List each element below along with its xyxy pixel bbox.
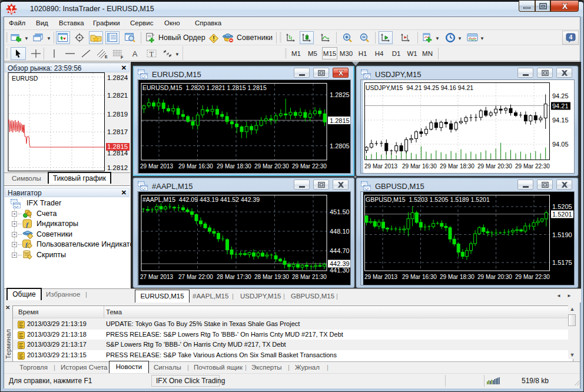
svg-text:29 Mar 2013: 29 Mar 2013 xyxy=(364,274,398,280)
svg-text:1.5201: 1.5201 xyxy=(552,211,572,218)
svg-text:T: T xyxy=(149,50,154,58)
svg-text:27 Mar 2013: 27 Mar 2013 xyxy=(140,274,174,280)
svg-text:29 Mar 2013: 29 Mar 2013 xyxy=(364,163,398,170)
svg-text:Терминал: Терминал xyxy=(5,329,12,359)
svg-text:#AAPL,M15 442.09 443.19 441.5: #AAPL,M15 442.09 443.19 441.52 442.39 xyxy=(142,196,260,203)
svg-text:441.30: 441.30 xyxy=(330,267,350,274)
svg-text:29 Mar 20:30: 29 Mar 20:30 xyxy=(477,274,512,280)
svg-text:94.25: 94.25 xyxy=(552,92,569,99)
svg-text:29 Mar 2013: 29 Mar 2013 xyxy=(140,163,174,170)
svg-text:94.21: 94.21 xyxy=(552,102,569,109)
svg-text:29 Mar 16:30: 29 Mar 16:30 xyxy=(402,163,437,170)
svg-text:29 Mar 18:30: 29 Mar 18:30 xyxy=(440,274,474,280)
svg-text:448.10: 448.10 xyxy=(330,228,350,235)
svg-text:444.70: 444.70 xyxy=(330,247,350,254)
svg-text:!: ! xyxy=(213,35,215,42)
svg-text:1.2815: 1.2815 xyxy=(330,117,350,124)
svg-text:1.5205: 1.5205 xyxy=(552,203,572,210)
svg-text:28 Mar 21:30: 28 Mar 21:30 xyxy=(292,274,327,280)
svg-text:29 Mar 22:30: 29 Mar 22:30 xyxy=(515,274,550,280)
svg-text:94.15: 94.15 xyxy=(552,117,569,124)
svg-text:F: F xyxy=(121,55,124,59)
svg-text:29 Mar 20:30: 29 Mar 20:30 xyxy=(477,163,512,170)
svg-text:28 Mar 17:30: 28 Mar 17:30 xyxy=(217,274,251,280)
svg-text:E: E xyxy=(105,55,108,59)
svg-text:451.50: 451.50 xyxy=(330,208,350,215)
svg-text:94.05: 94.05 xyxy=(552,141,569,148)
svg-text:EURUSD: EURUSD xyxy=(12,75,38,82)
svg-text:27 Mar 22:00: 27 Mar 22:00 xyxy=(178,274,213,280)
svg-text:4: 4 xyxy=(569,34,572,41)
svg-text:1.5175: 1.5175 xyxy=(552,259,572,266)
svg-text:29 Mar 20:30: 29 Mar 20:30 xyxy=(254,163,289,170)
svg-text:1.5190: 1.5190 xyxy=(552,231,572,238)
svg-text:1.2825: 1.2825 xyxy=(330,91,350,98)
svg-text:GBPUSD,M15 1.5203 1.5205 1.51: GBPUSD,M15 1.5203 1.5205 1.5189 1.5201 xyxy=(366,196,490,203)
svg-text:28 Mar 19:30: 28 Mar 19:30 xyxy=(254,274,289,280)
svg-text:29 Mar 16:30: 29 Mar 16:30 xyxy=(402,274,437,280)
svg-text:29 Mar 16:30: 29 Mar 16:30 xyxy=(178,163,213,170)
svg-text:29 Mar 22:30: 29 Mar 22:30 xyxy=(292,163,327,170)
svg-text:29 Mar 18:30: 29 Mar 18:30 xyxy=(217,163,251,170)
svg-text:29 Mar 22:30: 29 Mar 22:30 xyxy=(515,163,550,170)
svg-text:1.2805: 1.2805 xyxy=(330,142,350,150)
svg-text:USDJPY,M15 94.21 94.25 94.16: USDJPY,M15 94.21 94.25 94.16 94.21 xyxy=(366,84,473,91)
svg-text:29 Mar 18:30: 29 Mar 18:30 xyxy=(440,163,474,170)
svg-text:EURUSD,M15 1.2820 1.2821 1.28: EURUSD,M15 1.2820 1.2821 1.2815 1.2815 xyxy=(142,84,267,91)
